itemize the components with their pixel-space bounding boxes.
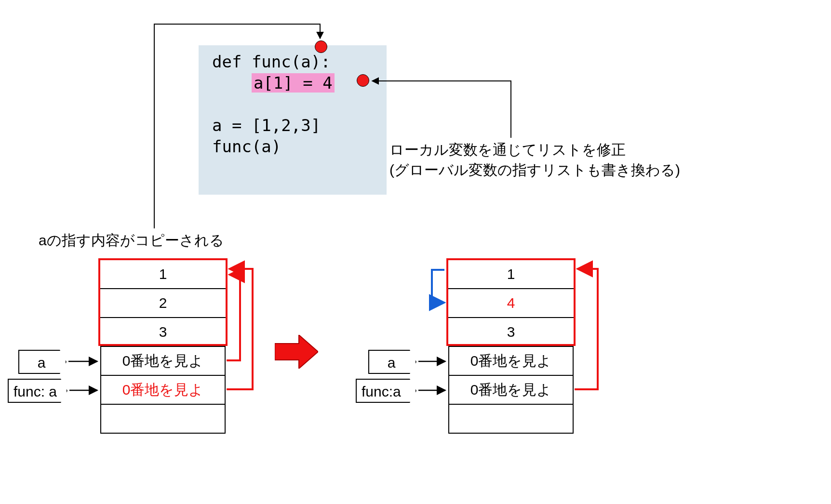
left-memory: 0番地を見よ 0番地を見よ bbox=[100, 346, 226, 434]
right-slot-2 bbox=[449, 404, 573, 433]
mutation-dot-icon bbox=[357, 74, 369, 87]
right-caption: ローカル変数を通じてリストを修正 (グローバル変数の指すリストも書き換わる) bbox=[389, 140, 698, 180]
left-caption: aの指す内容がコピーされる bbox=[39, 230, 224, 251]
code-line-5: func(a) bbox=[212, 137, 281, 156]
left-slot-0: 0番地を見よ bbox=[101, 346, 225, 375]
right-list-1: 4 bbox=[448, 289, 574, 318]
right-slot-0: 0番地を見よ bbox=[449, 346, 573, 375]
left-slot-2 bbox=[101, 404, 225, 433]
left-list-1: 2 bbox=[100, 289, 226, 318]
left-list-box: 1 2 3 bbox=[98, 258, 228, 346]
left-var-func-a-tag: func: a bbox=[8, 379, 67, 403]
code-block: def func(a): a[1] = 4 a = [1,2,3] func(a… bbox=[199, 45, 387, 195]
right-list-0: 1 bbox=[448, 260, 574, 289]
code-line-4: a = [1,2,3] bbox=[212, 116, 321, 135]
right-var-a-tag: a bbox=[368, 350, 416, 374]
code-line-2-highlight: a[1] = 4 bbox=[252, 73, 335, 93]
transition-arrow-icon bbox=[275, 335, 318, 369]
diagram-root: def func(a): a[1] = 4 a = [1,2,3] func(a… bbox=[0, 0, 831, 504]
left-var-a-tag: a bbox=[18, 350, 67, 374]
left-list-2: 3 bbox=[100, 318, 226, 346]
right-var-func-a-tag: func:a bbox=[356, 379, 416, 403]
code-line-1: def func(a): bbox=[212, 52, 331, 71]
right-slot-1: 0番地を見よ bbox=[449, 375, 573, 404]
right-memory: 0番地を見よ 0番地を見よ bbox=[448, 346, 574, 434]
left-list-0: 1 bbox=[100, 260, 226, 289]
param-dot-icon bbox=[315, 40, 327, 53]
right-list-2: 3 bbox=[448, 318, 574, 346]
left-slot-1: 0番地を見よ bbox=[101, 375, 225, 404]
right-list-box: 1 4 3 bbox=[446, 258, 576, 346]
svg-marker-0 bbox=[275, 335, 318, 369]
